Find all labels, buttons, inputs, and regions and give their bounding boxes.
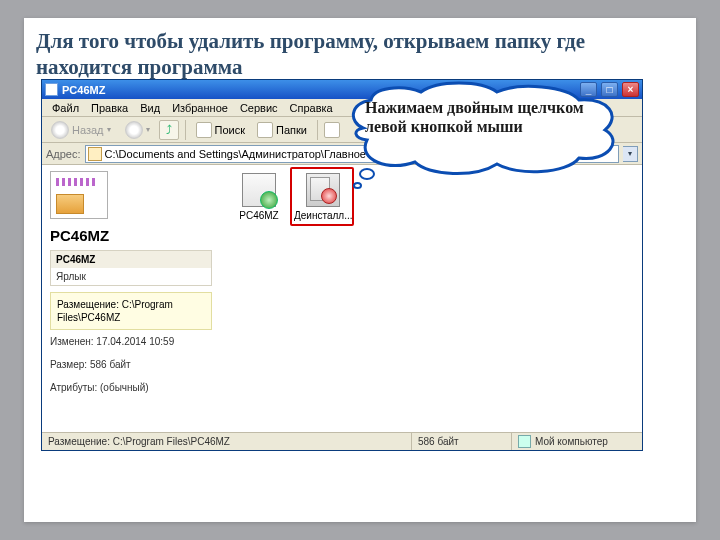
callout-tail-1 [359, 168, 375, 180]
callout-text: Нажимаем двойным щелчком левой кнопкой м… [365, 98, 605, 136]
status-scope: Мой компьютер [512, 433, 642, 450]
folder-thumbnail [50, 171, 108, 219]
back-dropdown-icon: ▾ [107, 125, 111, 134]
modified-row: Изменен: 17.04.2014 10:59 [50, 336, 212, 347]
forward-icon: → [125, 121, 143, 139]
toolbar-separator-2 [317, 120, 318, 140]
status-size: 586 байт [412, 433, 512, 450]
file-item-pc46mz[interactable]: PC46MZ [230, 173, 288, 221]
address-label: Адрес: [46, 148, 81, 160]
address-dropdown-icon[interactable]: ▾ [623, 146, 638, 162]
status-path: Размещение: C:\Program Files\PC46MZ [42, 433, 412, 450]
file-list[interactable]: PC46MZ Деинсталл... [220, 165, 642, 432]
menu-file[interactable]: Файл [48, 101, 83, 115]
placement-label: Размещение: [57, 299, 119, 310]
window-icon [45, 83, 58, 96]
menu-view[interactable]: Вид [136, 101, 164, 115]
views-button[interactable] [324, 122, 340, 138]
back-button[interactable]: ← Назад ▾ [46, 120, 116, 140]
search-button[interactable]: Поиск [192, 121, 249, 139]
shortcut-icon [242, 173, 276, 207]
attrs-row: Атрибуты: (обычный) [50, 382, 212, 393]
folder-icon [88, 147, 102, 161]
close-button[interactable]: × [622, 82, 639, 97]
forward-button[interactable]: → ▾ [120, 120, 155, 140]
window-title: PC46MZ [62, 84, 105, 96]
block-sub: Ярлык [51, 268, 211, 285]
computer-icon [518, 435, 531, 448]
toolbar-separator [185, 120, 186, 140]
menu-help[interactable]: Справка [286, 101, 337, 115]
block-header: PC46MZ [51, 251, 211, 268]
content-area: PC46MZ PC46MZ Ярлык Размещение: C:\Progr… [42, 165, 642, 432]
details-block: PC46MZ Ярлык [50, 250, 212, 286]
placement-box: Размещение: C:\Program Files\PC46MZ [50, 292, 212, 330]
slide-headline: Для того чтобы удалить программу, открыв… [36, 28, 684, 81]
folders-button[interactable]: Папки [253, 121, 311, 139]
back-label: Назад [72, 124, 104, 136]
search-icon [196, 122, 212, 138]
search-label: Поиск [215, 124, 245, 136]
status-scope-label: Мой компьютер [535, 436, 608, 447]
menu-favorites[interactable]: Избранное [168, 101, 232, 115]
forward-dropdown-icon: ▾ [146, 125, 150, 134]
folders-icon [257, 122, 273, 138]
info-pane: PC46MZ PC46MZ Ярлык Размещение: C:\Progr… [42, 165, 220, 432]
menu-edit[interactable]: Правка [87, 101, 132, 115]
callout-bubble: Нажимаем двойным щелчком левой кнопкой м… [343, 82, 623, 176]
folders-label: Папки [276, 124, 307, 136]
menu-tools[interactable]: Сервис [236, 101, 282, 115]
back-icon: ← [51, 121, 69, 139]
callout-tail-2 [353, 182, 362, 189]
pane-title: PC46MZ [50, 227, 212, 244]
up-button[interactable]: ⤴ [159, 120, 179, 140]
statusbar: Размещение: C:\Program Files\PC46MZ 586 … [42, 432, 642, 450]
size-row: Размер: 586 байт [50, 359, 212, 370]
file-label: PC46MZ [230, 210, 288, 221]
